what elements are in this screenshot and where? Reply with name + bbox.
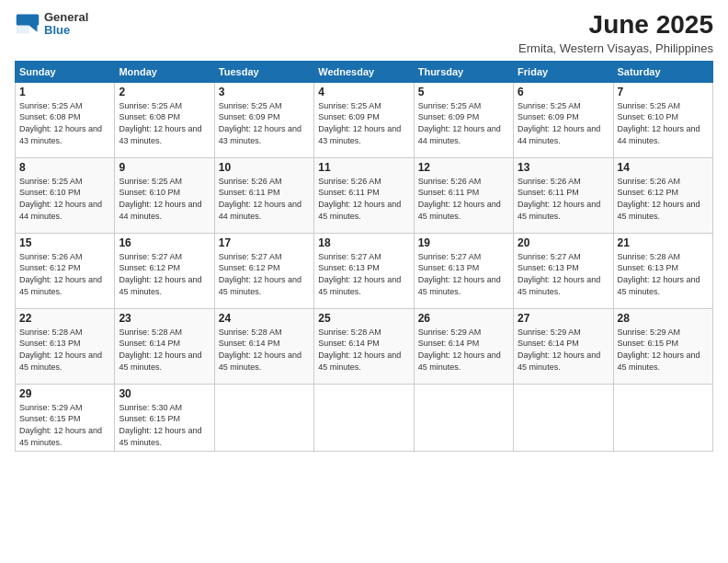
- day-number: 27: [518, 312, 609, 325]
- day-info: Sunrise: 5:26 AM Sunset: 6:11 PM Dayligh…: [518, 176, 609, 222]
- table-cell: 30 Sunrise: 5:30 AM Sunset: 6:15 PM Dayl…: [115, 384, 214, 451]
- table-cell: [514, 384, 613, 451]
- logo-general: General: [44, 11, 88, 24]
- sunrise-label: Sunrise: 5:29 AM: [618, 327, 681, 337]
- day-number: 7: [618, 86, 709, 98]
- daylight-label: Daylight: 12 hours and 45 minutes.: [19, 275, 102, 296]
- sunset-label: Sunset: 6:12 PM: [219, 263, 280, 272]
- day-info: Sunrise: 5:27 AM Sunset: 6:13 PM Dayligh…: [518, 251, 609, 297]
- table-cell: [414, 384, 513, 451]
- sunrise-label: Sunrise: 5:25 AM: [19, 177, 83, 186]
- day-number: 10: [219, 161, 310, 174]
- day-info: Sunrise: 5:29 AM Sunset: 6:15 PM Dayligh…: [618, 327, 709, 373]
- calendar-week-row: 15 Sunrise: 5:26 AM Sunset: 6:12 PM Dayl…: [16, 233, 713, 308]
- day-number: 2: [119, 86, 210, 98]
- daylight-label: Daylight: 12 hours and 45 minutes.: [119, 275, 201, 296]
- daylight-label: Daylight: 12 hours and 45 minutes.: [19, 426, 102, 447]
- sunrise-label: Sunrise: 5:26 AM: [518, 177, 581, 186]
- table-cell: 13 Sunrise: 5:26 AM Sunset: 6:11 PM Dayl…: [514, 157, 613, 233]
- calendar-week-row: 1 Sunrise: 5:25 AM Sunset: 6:08 PM Dayli…: [16, 82, 713, 157]
- sunrise-label: Sunrise: 5:29 AM: [518, 327, 581, 337]
- calendar-week-row: 8 Sunrise: 5:25 AM Sunset: 6:10 PM Dayli…: [16, 157, 713, 233]
- sunrise-label: Sunrise: 5:26 AM: [219, 177, 282, 186]
- sunrise-label: Sunrise: 5:28 AM: [19, 327, 83, 337]
- day-info: Sunrise: 5:28 AM Sunset: 6:13 PM Dayligh…: [19, 327, 110, 373]
- table-cell: 14 Sunrise: 5:26 AM Sunset: 6:12 PM Dayl…: [613, 157, 712, 233]
- table-cell: 17 Sunrise: 5:27 AM Sunset: 6:12 PM Dayl…: [214, 233, 313, 308]
- logo: General Blue: [15, 11, 88, 38]
- svg-rect-1: [17, 26, 29, 34]
- day-number: 4: [318, 86, 409, 98]
- sunrise-label: Sunrise: 5:29 AM: [418, 327, 482, 337]
- table-cell: [314, 384, 414, 451]
- sunset-label: Sunset: 6:12 PM: [19, 263, 81, 272]
- table-cell: 15 Sunrise: 5:26 AM Sunset: 6:12 PM Dayl…: [16, 233, 115, 308]
- daylight-label: Daylight: 12 hours and 43 minutes.: [19, 124, 102, 145]
- sunset-label: Sunset: 6:14 PM: [219, 339, 280, 348]
- col-friday: Friday: [514, 61, 613, 82]
- daylight-label: Daylight: 12 hours and 45 minutes.: [219, 350, 301, 372]
- day-info: Sunrise: 5:30 AM Sunset: 6:15 PM Dayligh…: [119, 402, 210, 448]
- table-cell: 27 Sunrise: 5:29 AM Sunset: 6:14 PM Dayl…: [514, 308, 613, 384]
- day-number: 17: [219, 236, 310, 249]
- table-cell: 3 Sunrise: 5:25 AM Sunset: 6:09 PM Dayli…: [214, 82, 313, 157]
- calendar-week-row: 29 Sunrise: 5:29 AM Sunset: 6:15 PM Dayl…: [16, 384, 713, 451]
- day-number: 30: [119, 387, 210, 400]
- day-number: 3: [219, 86, 310, 98]
- day-number: 28: [618, 312, 709, 325]
- day-number: 6: [518, 86, 609, 98]
- sunset-label: Sunset: 6:13 PM: [418, 263, 480, 272]
- sunset-label: Sunset: 6:10 PM: [119, 188, 180, 197]
- daylight-label: Daylight: 12 hours and 44 minutes.: [418, 124, 501, 145]
- daylight-label: Daylight: 12 hours and 45 minutes.: [219, 275, 301, 296]
- day-info: Sunrise: 5:26 AM Sunset: 6:11 PM Dayligh…: [219, 176, 310, 222]
- table-cell: 12 Sunrise: 5:26 AM Sunset: 6:11 PM Dayl…: [414, 157, 513, 233]
- location: Ermita, Western Visayas, Philippines: [518, 41, 713, 55]
- calendar-header-row: Sunday Monday Tuesday Wednesday Thursday…: [16, 61, 713, 82]
- day-info: Sunrise: 5:25 AM Sunset: 6:10 PM Dayligh…: [19, 176, 110, 222]
- sunset-label: Sunset: 6:14 PM: [518, 339, 579, 348]
- sunrise-label: Sunrise: 5:28 AM: [618, 252, 681, 261]
- day-info: Sunrise: 5:26 AM Sunset: 6:11 PM Dayligh…: [418, 176, 509, 222]
- sunset-label: Sunset: 6:09 PM: [219, 112, 280, 121]
- sunrise-label: Sunrise: 5:25 AM: [418, 101, 482, 110]
- sunset-label: Sunset: 6:11 PM: [318, 188, 380, 197]
- day-info: Sunrise: 5:27 AM Sunset: 6:12 PM Dayligh…: [119, 251, 210, 297]
- day-info: Sunrise: 5:28 AM Sunset: 6:14 PM Dayligh…: [119, 327, 210, 373]
- sunrise-label: Sunrise: 5:26 AM: [618, 177, 681, 186]
- day-number: 21: [618, 236, 709, 249]
- day-number: 29: [19, 387, 110, 400]
- page: General Blue June 2025 Ermita, Western V…: [0, 0, 728, 563]
- table-cell: 28 Sunrise: 5:29 AM Sunset: 6:15 PM Dayl…: [613, 308, 712, 384]
- table-cell: 6 Sunrise: 5:25 AM Sunset: 6:09 PM Dayli…: [514, 82, 613, 157]
- daylight-label: Daylight: 12 hours and 43 minutes.: [219, 124, 301, 145]
- daylight-label: Daylight: 12 hours and 45 minutes.: [618, 200, 700, 221]
- logo-blue: Blue: [44, 24, 88, 37]
- sunset-label: Sunset: 6:11 PM: [219, 188, 280, 197]
- day-info: Sunrise: 5:29 AM Sunset: 6:14 PM Dayligh…: [418, 327, 509, 373]
- table-cell: 1 Sunrise: 5:25 AM Sunset: 6:08 PM Dayli…: [16, 82, 115, 157]
- table-cell: 5 Sunrise: 5:25 AM Sunset: 6:09 PM Dayli…: [414, 82, 513, 157]
- title-block: June 2025 Ermita, Western Visayas, Phili…: [518, 11, 713, 55]
- day-info: Sunrise: 5:25 AM Sunset: 6:09 PM Dayligh…: [518, 100, 609, 146]
- day-number: 15: [19, 236, 110, 249]
- daylight-label: Daylight: 12 hours and 45 minutes.: [318, 200, 401, 221]
- daylight-label: Daylight: 12 hours and 45 minutes.: [418, 350, 501, 372]
- sunrise-label: Sunrise: 5:27 AM: [318, 252, 381, 261]
- day-number: 12: [418, 161, 509, 174]
- logo-text: General Blue: [44, 11, 88, 38]
- sunset-label: Sunset: 6:15 PM: [618, 339, 679, 348]
- table-cell: 21 Sunrise: 5:28 AM Sunset: 6:13 PM Dayl…: [613, 233, 712, 308]
- day-number: 24: [219, 312, 310, 325]
- day-number: 14: [618, 161, 709, 174]
- sunset-label: Sunset: 6:10 PM: [618, 112, 679, 121]
- day-info: Sunrise: 5:28 AM Sunset: 6:13 PM Dayligh…: [618, 251, 709, 297]
- table-cell: 23 Sunrise: 5:28 AM Sunset: 6:14 PM Dayl…: [115, 308, 214, 384]
- table-cell: 22 Sunrise: 5:28 AM Sunset: 6:13 PM Dayl…: [16, 308, 115, 384]
- day-number: 11: [318, 161, 409, 174]
- daylight-label: Daylight: 12 hours and 45 minutes.: [418, 275, 501, 296]
- daylight-label: Daylight: 12 hours and 45 minutes.: [119, 426, 201, 447]
- table-cell: 9 Sunrise: 5:25 AM Sunset: 6:10 PM Dayli…: [115, 157, 214, 233]
- sunset-label: Sunset: 6:14 PM: [119, 339, 180, 348]
- sunset-label: Sunset: 6:15 PM: [19, 414, 81, 423]
